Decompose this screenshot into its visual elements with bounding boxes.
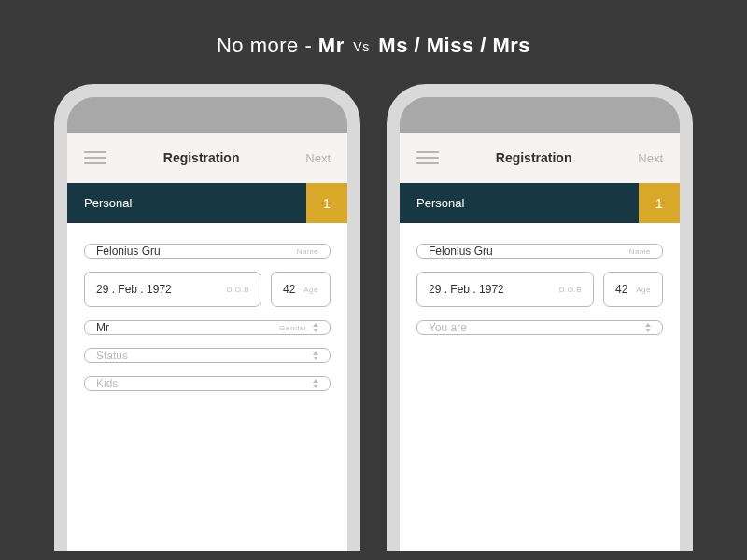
dob-value: 29 . Feb . 1972 <box>429 283 559 296</box>
kids-select[interactable]: Kids <box>84 376 331 391</box>
topbar: Registration Next <box>400 133 680 183</box>
section-step: 1 <box>306 183 347 223</box>
statusbar <box>400 97 680 133</box>
age-value: 42 <box>615 283 636 296</box>
name-value: Felonius Gru <box>96 245 297 258</box>
section-header: Personal 1 <box>400 183 680 223</box>
section-step: 1 <box>639 183 680 223</box>
chevron-updown-icon <box>645 323 651 332</box>
hamburger-icon[interactable] <box>416 151 439 164</box>
screen-title: Registration <box>443 150 625 165</box>
phone-left: Registration Next Personal 1 Felonius Gr… <box>54 84 360 551</box>
chevron-updown-icon <box>313 351 318 360</box>
dob-field[interactable]: 29 . Feb . 1972 D.O.B <box>416 272 594 307</box>
status-placeholder: Status <box>96 349 307 362</box>
phones-row: Registration Next Personal 1 Felonius Gr… <box>0 84 747 551</box>
screen: Registration Next Personal 1 Felonius Gr… <box>400 133 680 551</box>
form: Felonius Gru Name 29 . Feb . 1972 D.O.B … <box>400 223 680 356</box>
status-select[interactable]: Status <box>84 348 331 363</box>
screen: Registration Next Personal 1 Felonius Gr… <box>67 133 347 551</box>
dob-label: D.O.B <box>559 286 582 294</box>
headline-vs: Vs <box>353 39 369 54</box>
phone-inner: Registration Next Personal 1 Felonius Gr… <box>400 97 680 551</box>
hamburger-icon[interactable] <box>84 151 106 164</box>
section-label: Personal <box>400 183 639 223</box>
gender-value: Mr <box>96 321 279 334</box>
section-label: Personal <box>67 183 306 223</box>
headline: No more - Mr Vs Ms / Miss / Mrs <box>0 0 747 84</box>
phone-inner: Registration Next Personal 1 Felonius Gr… <box>67 97 347 551</box>
screen-title: Registration <box>110 150 292 165</box>
gender-label: Gender <box>279 324 307 332</box>
headline-right: Ms / Miss / Mrs <box>378 34 530 57</box>
name-label: Name <box>297 247 318 256</box>
phone-right: Registration Next Personal 1 Felonius Gr… <box>387 84 693 551</box>
age-value: 42 <box>283 283 303 296</box>
age-label: Age <box>636 286 651 294</box>
youare-placeholder: You are <box>429 321 640 334</box>
dob-field[interactable]: 29 . Feb . 1972 D.O.B <box>84 272 261 307</box>
headline-left: Mr <box>318 34 345 57</box>
age-field[interactable]: 42 Age <box>271 272 331 307</box>
name-label: Name <box>629 247 651 256</box>
name-field[interactable]: Felonius Gru Name <box>84 244 331 259</box>
age-field[interactable]: 42 Age <box>603 272 663 307</box>
chevron-updown-icon <box>313 379 318 388</box>
age-label: Age <box>303 286 318 294</box>
statusbar <box>67 97 347 133</box>
headline-prefix: No more - <box>217 34 318 57</box>
name-field[interactable]: Felonius Gru Name <box>416 244 663 259</box>
form: Felonius Gru Name 29 . Feb . 1972 D.O.B … <box>67 223 347 412</box>
section-header: Personal 1 <box>67 183 347 223</box>
topbar: Registration Next <box>67 133 347 183</box>
dob-label: D.O.B <box>227 286 249 294</box>
next-button[interactable]: Next <box>305 151 331 165</box>
kids-placeholder: Kids <box>96 377 307 390</box>
next-button[interactable]: Next <box>638 151 663 165</box>
dob-value: 29 . Feb . 1972 <box>96 283 227 296</box>
name-value: Felonius Gru <box>429 245 629 258</box>
gender-select[interactable]: Mr Gender <box>84 320 331 335</box>
youare-select[interactable]: You are <box>416 320 663 335</box>
chevron-updown-icon <box>313 323 318 332</box>
